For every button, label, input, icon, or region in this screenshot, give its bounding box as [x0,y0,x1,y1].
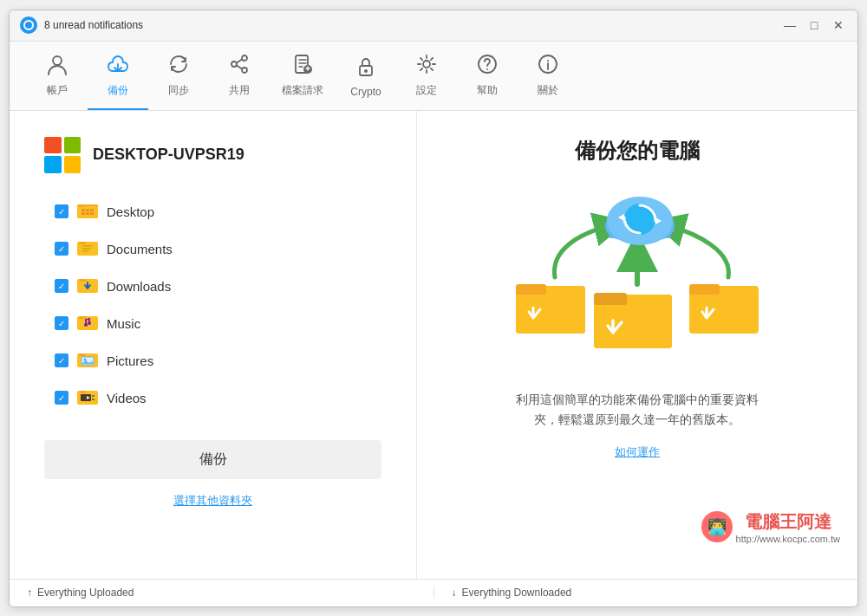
folder-item-documents[interactable]: ✓ Documents [44,231,381,267]
folder-name-desktop: Desktop [107,204,154,219]
illustration-svg [499,182,776,373]
backup-button[interactable]: 備份 [44,440,381,479]
checkbox-downloads[interactable]: ✓ [55,279,68,293]
windows-logo-blue [44,156,62,173]
share-icon [224,49,255,80]
nav-help[interactable]: 幫助 [457,42,518,110]
nav-about-label: 關於 [538,83,558,98]
close-button[interactable]: ✕ [830,16,847,34]
documents-folder-icon [77,238,98,260]
file-request-icon [287,49,318,80]
nav-account[interactable]: 帳戶 [27,42,88,110]
folder-name-music: Music [107,316,140,331]
nav-account-label: 帳戶 [47,83,68,98]
svg-rect-22 [90,212,94,215]
svg-point-0 [53,56,62,65]
nav-about[interactable]: 關於 [518,42,578,110]
title-bar: 8 unread notifications — □ ✕ [10,10,857,42]
window-title: 8 unread notifications [44,19,143,31]
checkbox-documents[interactable]: ✓ [55,242,68,256]
nav-share[interactable]: 共用 [209,42,270,110]
nav-backup-label: 備份 [108,83,128,98]
folder-item-downloads[interactable]: ✓ Downloads [44,269,381,304]
svg-rect-31 [79,316,86,319]
folder-item-pictures[interactable]: ✓ Pictures [44,343,381,379]
nav-settings[interactable]: 設定 [396,42,457,110]
pictures-folder-icon [77,350,98,372]
nav-bar: 帳戶 備份 同步 [10,42,857,111]
folder-item-videos[interactable]: ✓ Videos [44,380,381,416]
download-status: ↓ Everything Downloaded [434,587,858,599]
checkbox-pictures[interactable]: ✓ [55,353,68,367]
svg-rect-39 [79,391,86,393]
download-icon: ↓ [452,587,457,599]
checkbox-videos[interactable]: ✓ [55,391,68,405]
info-icon [532,49,564,80]
download-status-text: Everything Downloaded [462,587,572,599]
windows-logo-yellow [64,156,81,173]
select-folder-link[interactable]: 選擇其他資料夾 [44,493,381,509]
svg-point-2 [242,68,247,73]
svg-point-1 [242,55,247,61]
folder-item-desktop[interactable]: ✓ [44,194,381,230]
minimize-button[interactable]: — [781,16,799,34]
svg-rect-26 [82,248,91,250]
title-controls: — □ ✕ [781,16,847,34]
how-it-works-link[interactable]: 如何運作 [615,444,660,460]
svg-point-8 [423,61,430,68]
svg-rect-29 [79,279,86,282]
title-bar-left: 8 unread notifications [20,16,143,34]
watermark-url: http://www.kocpc.com.tw [736,534,840,544]
left-panel: DESKTOP-UVPSR19 ✓ [10,111,417,579]
svg-rect-46 [516,284,546,295]
person-icon [42,49,73,80]
nav-share-label: 共用 [229,83,250,98]
upload-status-text: Everything Uploaded [37,587,134,599]
backup-icon [102,49,134,80]
desktop-folder-icon [77,201,98,223]
computer-name: DESKTOP-UVPSR19 [93,146,244,164]
nav-crypto[interactable]: Crypto [336,44,396,110]
help-icon [472,49,503,80]
lock-icon [350,51,381,82]
upload-icon: ↑ [27,587,32,599]
watermark-text: 電腦王阿達 http://www.kocpc.com.tw [736,510,840,544]
music-folder-icon [77,313,98,334]
folder-name-pictures: Pictures [107,353,153,368]
right-title: 備份您的電腦 [575,137,700,165]
main-content: DESKTOP-UVPSR19 ✓ [10,111,857,579]
svg-rect-49 [594,293,627,305]
status-bar: ↑ Everything Uploaded ↓ Everything Downl… [10,579,857,606]
nav-sync[interactable]: 同步 [148,42,209,110]
nav-crypto-label: Crypto [350,86,381,98]
svg-rect-16 [79,204,86,207]
svg-point-7 [364,69,368,73]
nav-backup[interactable]: 備份 [88,42,148,110]
svg-rect-27 [82,250,89,252]
svg-point-12 [547,60,549,62]
windows-logo [44,137,81,173]
gear-icon [411,49,442,80]
svg-rect-43 [92,399,95,400]
downloads-folder-icon [77,276,98,297]
svg-rect-17 [81,209,85,211]
svg-point-10 [486,68,488,70]
videos-folder-icon [77,387,98,409]
folder-item-music[interactable]: ✓ Music [44,306,381,341]
folder-name-downloads: Downloads [107,279,171,294]
svg-point-33 [88,321,91,325]
right-panel: 備份您的電腦 [417,111,857,579]
svg-rect-24 [79,242,86,244]
svg-rect-51 [689,284,720,295]
checkbox-music[interactable]: ✓ [55,316,68,330]
svg-point-32 [84,323,88,327]
svg-rect-19 [90,209,94,211]
checkbox-desktop[interactable]: ✓ [55,204,68,218]
maximize-button[interactable]: □ [805,16,823,34]
upload-status: ↑ Everything Uploaded [10,587,434,599]
nav-file-request[interactable]: 檔案請求 [270,42,336,110]
app-icon [20,16,37,34]
app-icon-inner [23,20,34,30]
folder-name-videos: Videos [107,391,147,405]
backup-illustration [499,182,776,373]
